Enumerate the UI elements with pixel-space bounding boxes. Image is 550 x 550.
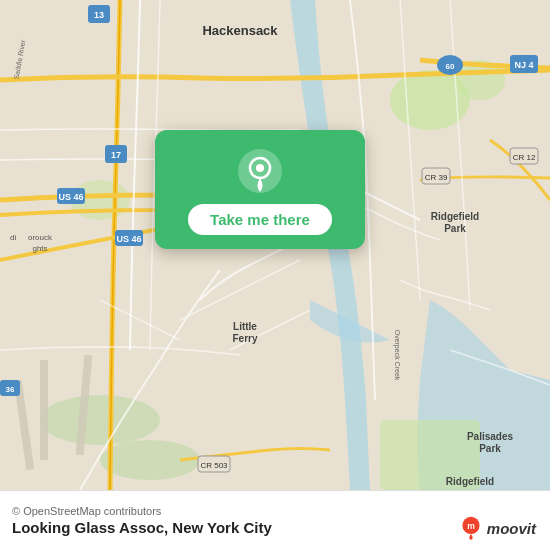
svg-text:di: di [10,233,16,242]
svg-rect-7 [40,360,48,460]
svg-text:60: 60 [446,62,455,71]
svg-text:US 46: US 46 [116,234,141,244]
svg-text:NJ 4: NJ 4 [514,60,533,70]
svg-text:m: m [467,521,475,531]
svg-point-1 [40,395,160,445]
svg-text:Overpeck Creek: Overpeck Creek [393,330,401,381]
svg-text:CR 12: CR 12 [513,153,536,162]
svg-text:Ridgefield: Ridgefield [431,211,479,222]
moovit-label: moovit [487,520,536,537]
location-card: Take me there [155,130,365,249]
svg-text:17: 17 [111,150,121,160]
svg-text:CR 39: CR 39 [425,173,448,182]
bottom-bar: © OpenStreetMap contributors Looking Gla… [0,490,550,550]
location-pin-icon [237,148,283,194]
map-view[interactable]: 13 17 US 46 US 46 NJ 4 60 CR 39 CR 12 CR… [0,0,550,490]
svg-text:Palisades: Palisades [467,431,514,442]
svg-point-45 [256,164,264,172]
svg-text:orouck: orouck [28,233,53,242]
svg-text:Little: Little [233,321,257,332]
svg-text:Park: Park [479,443,501,454]
svg-text:36: 36 [6,385,15,394]
take-me-there-button[interactable]: Take me there [188,204,332,235]
svg-text:US 46: US 46 [58,192,83,202]
moovit-logo: m moovit [459,516,536,540]
svg-text:ghts: ghts [32,244,47,253]
svg-text:Ridgefield: Ridgefield [446,476,494,487]
svg-text:Ferry: Ferry [232,333,257,344]
svg-text:Hackensack: Hackensack [202,23,278,38]
svg-text:Park: Park [444,223,466,234]
svg-text:13: 13 [94,10,104,20]
svg-text:CR 503: CR 503 [200,461,228,470]
moovit-pin-icon: m [459,516,483,540]
place-name: Looking Glass Assoc, New York City [12,519,272,536]
